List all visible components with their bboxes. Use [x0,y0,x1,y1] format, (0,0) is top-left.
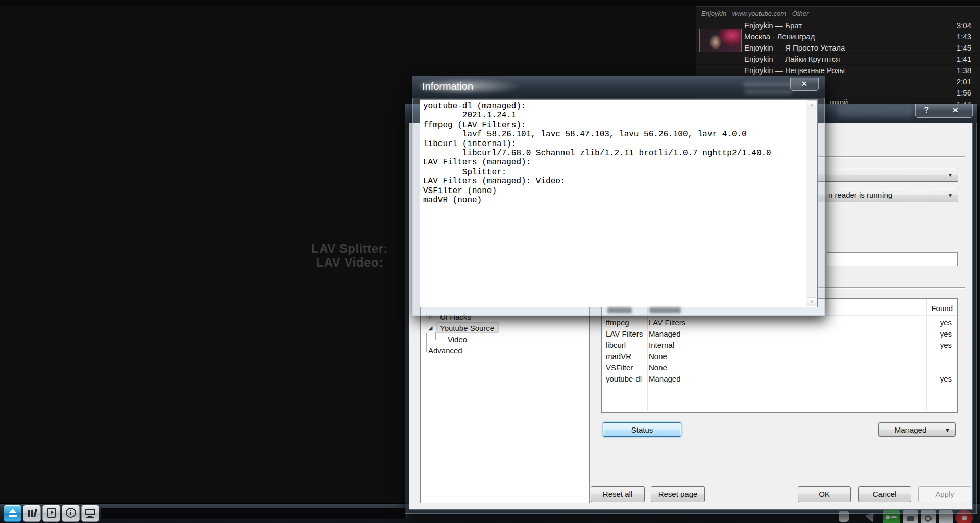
track-title: Enjoykin — Лайки Крутятся [744,55,840,63]
playlist-item[interactable]: 3:04Enjoykin — Брат [696,20,980,31]
library-icon [23,505,40,521]
window-top-strip [0,0,980,6]
track-duration: 3:04 [957,20,971,31]
tree-guide-line [435,332,436,340]
combo-arrow-icon: ▼ [948,172,953,178]
blurred-column-header [607,307,632,313]
scroll-up-icon[interactable]: ▲ [807,100,816,109]
watermark-line2: LAV Video: [286,255,413,269]
dropdown-arrow-icon: ▼ [945,427,950,433]
scroll-down-icon[interactable]: ▼ [807,297,816,306]
tree-item-video[interactable]: Video [448,335,467,344]
playlist-header: Enjoykin - www.youtube.com - Other [701,10,975,17]
tree-guide-line [435,340,443,340]
reset-all-button[interactable]: Reset all [591,486,645,502]
table-row[interactable]: madVRNone [602,351,957,362]
tree-expanded-icon[interactable]: ◢ [428,325,432,331]
information-titlebar[interactable]: Information [412,76,825,98]
text-input[interactable] [827,252,958,266]
reset-page-button[interactable]: Reset page [651,486,705,502]
display-icon [85,509,95,515]
media-file-button[interactable] [42,505,60,522]
track-duration: 1:38 [957,65,971,76]
display-button[interactable] [81,505,99,522]
information-dialog: Information × youtube-dl (managed): 2021… [412,76,825,316]
cancel-button[interactable]: Cancel [858,486,911,502]
ok-button[interactable]: OK [798,486,851,502]
glass-blur-smudge [837,107,914,118]
screen: LAV Splitter: LAV Video: Enjoykin - www.… [0,0,980,523]
eject-icon [9,509,17,513]
status-button[interactable]: Status [603,422,681,437]
help-button[interactable]: ? [916,104,938,117]
information-text-area: youtube-dl (managed): 2021.1.24.1 ffmpeg… [420,99,818,307]
close-button[interactable]: × [790,78,819,91]
table-row[interactable]: libcurlInternalyes [602,340,957,351]
close-icon: × [801,78,807,89]
version-info-text: youtube-dl (managed): 2021.1.24.1 ffmpeg… [423,102,804,205]
info-button[interactable]: i [62,505,80,522]
table-row[interactable]: LAV FiltersManagedyes [602,328,957,340]
tree-item-advanced[interactable]: Advanced [428,346,462,355]
apply-button[interactable]: Apply [918,486,971,502]
playlist-header-label: Enjoykin - www.youtube.com - Other [701,10,808,17]
eject-button[interactable] [4,505,21,522]
playlist-item[interactable]: 1:41Enjoykin — Лайки Крутятся [696,54,980,65]
watermark-line1: LAV Splitter: [286,242,413,255]
found-column-header[interactable]: Found [931,304,953,313]
table-row[interactable]: ffmpegLAV Filtersyes [602,317,957,328]
combo-value: n reader is running [828,191,892,199]
close-button[interactable]: × [938,104,972,117]
library-button[interactable] [23,505,41,522]
track-duration: 1:56 [957,87,971,99]
track-title: Enjoykin — Нецветные Розы [744,66,845,75]
managed-dropdown[interactable]: Managed ▼ [878,422,956,437]
track-title: Enjoykin — Я Просто Устала [744,43,845,52]
track-title: Enjoykin — Брат [744,21,802,30]
combo-arrow-icon: ▼ [948,193,953,198]
tree-item-youtube-source[interactable]: Youtube Source [440,324,494,332]
titlebar-buttons: ? × [915,104,973,118]
info-icon: i [66,508,76,518]
glass-blur-smudge [744,90,793,94]
table-row[interactable]: VSFilterNone [602,362,957,373]
track-duration: 1:43 [957,31,971,42]
track-duration: 1:45 [957,42,971,54]
playlist-item[interactable]: 1:43Москва - Ленинград [696,31,980,42]
tree-guide-line [426,314,427,352]
taskbar-recessed-area [101,507,407,519]
table-row[interactable]: youtube-dlManagedyes [602,373,957,385]
track-duration: 2:01 [957,76,971,87]
blurred-column-header [649,307,681,313]
lav-watermark: LAV Splitter: LAV Video: [286,242,413,269]
track-duration: 1:41 [957,54,971,65]
track-title: Москва - Ленинград [744,32,815,41]
dialog-title: Information [422,81,473,92]
playlist-item[interactable]: 1:45Enjoykin — Я Просто Устала [696,42,980,54]
playlist-header-rule [813,14,975,14]
playlist-item[interactable]: 1:38Enjoykin — Нецветные Розы [696,65,980,76]
vertical-scrollbar[interactable]: ▲ ▼ [806,100,817,306]
media-file-icon [47,508,56,518]
